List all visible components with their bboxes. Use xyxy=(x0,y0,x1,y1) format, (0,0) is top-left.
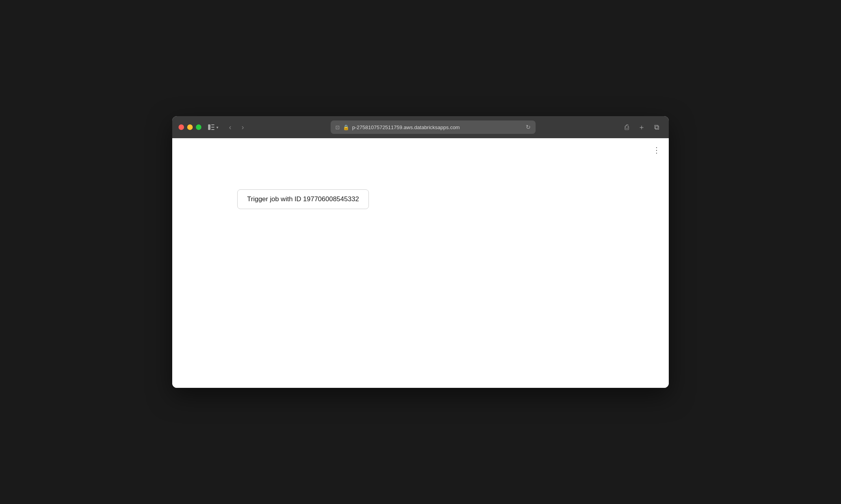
browser-chrome: ▾ ‹ › ⊡ 🔒 p-2758107572511759.aws.databri… xyxy=(172,116,669,138)
url-text: p-2758107572511759.aws.databricksapps.co… xyxy=(352,124,523,130)
svg-rect-1 xyxy=(211,124,214,125)
three-dots-menu[interactable]: ⋮ xyxy=(653,146,661,154)
new-tab-button[interactable]: ＋ xyxy=(636,121,647,133)
close-button[interactable] xyxy=(179,124,184,130)
refresh-button[interactable]: ↻ xyxy=(526,124,531,131)
browser-content: ⋮ Trigger job with ID 197706008545332 xyxy=(172,138,669,388)
minimize-button[interactable] xyxy=(187,124,193,130)
page-icon: ⊡ xyxy=(335,124,340,130)
maximize-button[interactable] xyxy=(196,124,201,130)
chevron-down-icon: ▾ xyxy=(216,125,218,130)
back-button[interactable]: ‹ xyxy=(225,122,236,133)
trigger-job-button[interactable]: Trigger job with ID 197706008545332 xyxy=(237,189,369,209)
svg-rect-2 xyxy=(211,127,214,128)
tabs-button[interactable]: ⧉ xyxy=(651,121,662,133)
share-button[interactable]: ⎙ xyxy=(621,121,633,133)
address-bar[interactable]: ⊡ 🔒 p-2758107572511759.aws.databricksapp… xyxy=(331,120,536,134)
svg-rect-3 xyxy=(211,129,214,130)
lock-icon: 🔒 xyxy=(343,124,349,130)
sidebar-toggle[interactable]: ▾ xyxy=(208,124,218,131)
svg-rect-0 xyxy=(208,124,210,130)
sidebar-icon xyxy=(208,124,215,131)
traffic-lights xyxy=(179,124,201,130)
browser-actions: ⎙ ＋ ⧉ xyxy=(621,121,662,133)
browser-window: ▾ ‹ › ⊡ 🔒 p-2758107572511759.aws.databri… xyxy=(172,116,669,388)
address-bar-container: ⊡ 🔒 p-2758107572511759.aws.databricksapp… xyxy=(251,120,614,134)
forward-button[interactable]: › xyxy=(237,122,248,133)
nav-buttons: ‹ › xyxy=(225,122,248,133)
